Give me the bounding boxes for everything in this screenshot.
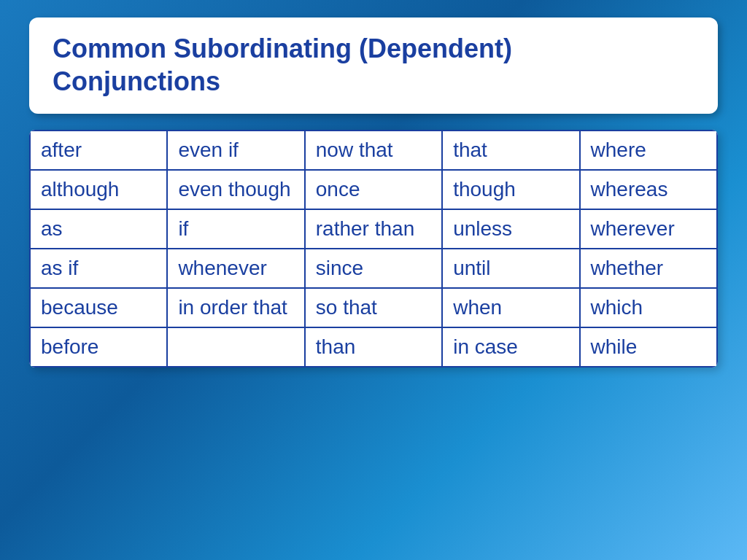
table-cell: wherever xyxy=(580,209,717,249)
table-cell xyxy=(167,327,304,367)
table-cell: even if xyxy=(167,131,304,170)
table-cell: after xyxy=(30,131,167,170)
table-row: althougheven thoughoncethoughwhereas xyxy=(30,170,717,209)
table-cell: though xyxy=(442,170,579,209)
table-cell: since xyxy=(305,249,442,288)
table-cell: once xyxy=(305,170,442,209)
table-cell: than xyxy=(305,327,442,367)
table-cell: whereas xyxy=(580,170,717,209)
table-cell: as if xyxy=(30,249,167,288)
table-row: as ifwheneversinceuntilwhether xyxy=(30,249,717,288)
table-cell: if xyxy=(167,209,304,249)
table-cell: whenever xyxy=(167,249,304,288)
table-cell: when xyxy=(442,288,579,327)
table-cell: so that xyxy=(305,288,442,327)
table-cell: because xyxy=(30,288,167,327)
page-title: Common Subordinating (Dependent) Conjunc… xyxy=(53,32,694,98)
table-cell: even though xyxy=(167,170,304,209)
conjunctions-table: aftereven ifnow thatthatwherealthougheve… xyxy=(29,130,718,368)
table-cell: which xyxy=(580,288,717,327)
table-cell: in order that xyxy=(167,288,304,327)
table-row: asifrather thanunlesswherever xyxy=(30,209,717,249)
table-cell: unless xyxy=(442,209,579,249)
conjunctions-table-container: aftereven ifnow thatthatwherealthougheve… xyxy=(29,130,718,368)
table-cell: now that xyxy=(305,131,442,170)
table-cell: until xyxy=(442,249,579,288)
table-cell: while xyxy=(580,327,717,367)
table-row: beforethanin casewhile xyxy=(30,327,717,367)
title-line2: Conjunctions xyxy=(53,66,220,96)
table-row: aftereven ifnow thatthatwhere xyxy=(30,131,717,170)
table-cell: before xyxy=(30,327,167,367)
table-cell: as xyxy=(30,209,167,249)
title-box: Common Subordinating (Dependent) Conjunc… xyxy=(29,18,718,114)
table-cell: where xyxy=(580,131,717,170)
table-cell: that xyxy=(442,131,579,170)
table-cell: rather than xyxy=(305,209,442,249)
table-cell: whether xyxy=(580,249,717,288)
title-line1: Common Subordinating (Dependent) xyxy=(53,34,512,63)
table-cell: in case xyxy=(442,327,579,367)
table-cell: although xyxy=(30,170,167,209)
table-row: becausein order thatso thatwhenwhich xyxy=(30,288,717,327)
